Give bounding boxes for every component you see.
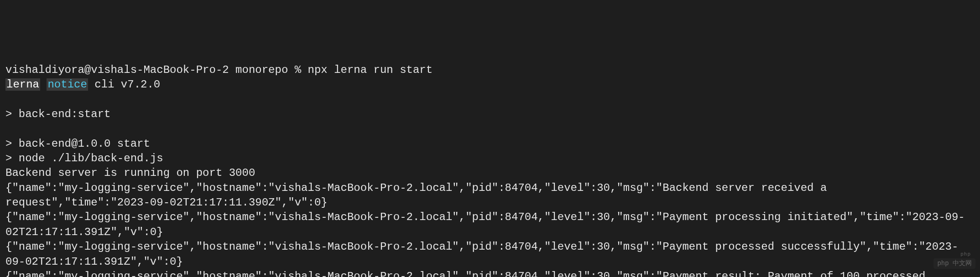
notice-tag: notice — [47, 78, 88, 91]
output-line: > back-end@1.0.0 start — [5, 138, 150, 150]
blank-line — [5, 122, 975, 136]
output-line: > node ./lib/back-end.js — [5, 152, 163, 164]
prompt-line: vishaldiyora@vishals-MacBook-Pro-2 monor… — [5, 64, 433, 76]
watermark-sub-icon: php — [960, 251, 971, 258]
log-json-line: {"name":"my-logging-service","hostname":… — [5, 211, 965, 238]
prompt-symbol: % — [295, 64, 301, 76]
prompt-command: npx lerna run start — [308, 64, 433, 76]
log-json-line: {"name":"my-logging-service","hostname":… — [5, 182, 834, 209]
lerna-tag: lerna — [5, 78, 40, 91]
lerna-notice-line: lerna notice cli v7.2.0 — [5, 78, 160, 91]
lerna-cli-version: cli v7.2.0 — [88, 78, 160, 91]
log-json-line: {"name":"my-logging-service","hostname":… — [5, 270, 932, 277]
log-json-line: {"name":"my-logging-service","hostname":… — [5, 241, 958, 267]
output-line: Backend server is running on port 3000 — [5, 167, 255, 179]
prompt-directory: monorepo — [235, 64, 288, 76]
output-line: > back-end:start — [5, 108, 110, 120]
prompt-user-host: vishaldiyora@vishals-MacBook-Pro-2 — [5, 64, 229, 76]
watermark-label: php 中文网 — [933, 258, 975, 269]
terminal-output[interactable]: vishaldiyora@vishals-MacBook-Pro-2 monor… — [5, 63, 975, 277]
blank-line — [5, 92, 975, 107]
